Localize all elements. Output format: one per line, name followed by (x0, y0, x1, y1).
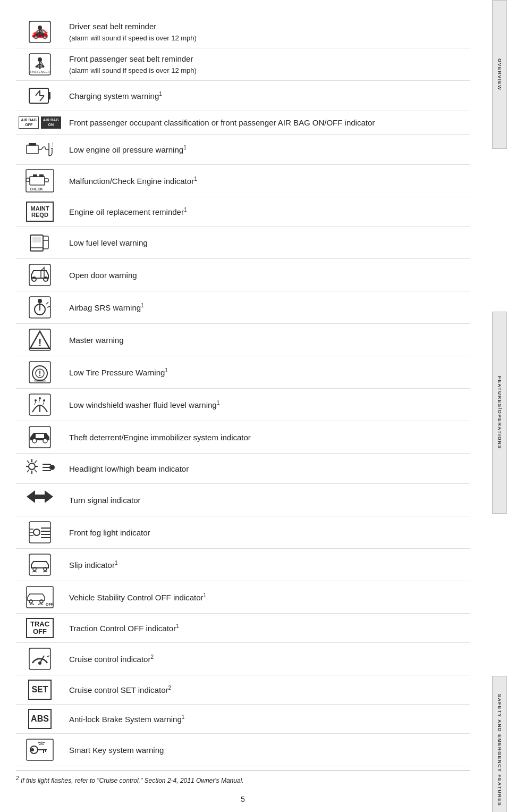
side-tabs: OVERVIEW FEATURES/OPERATIONS SAFETY AND … (492, 0, 507, 812)
icon-cruise_set: SET (16, 678, 64, 701)
icon-fuel (16, 229, 64, 256)
table-row: Turn signal indicator (16, 484, 470, 516)
desc-airbag_srs: Airbag SRS warning1 (64, 302, 470, 313)
table-row: SETCruise control SET indicator2 (16, 675, 470, 705)
table-row: Charging system warning1 (16, 81, 470, 111)
svg-line-104 (47, 656, 49, 657)
svg-line-63 (35, 401, 36, 405)
table-row: Low windshield washer fluid level warnin… (16, 389, 470, 421)
desc-trac_off: Traction Control OFF indicator1 (64, 623, 470, 634)
table-row: 🚗 Driver seat belt reminder(alarm will s… (16, 16, 470, 48)
desc-smart_key: Smart Key system warning (64, 744, 470, 756)
desc-fuel: Low fuel level warning (64, 237, 470, 248)
desc-open_door: Open door warning (64, 270, 470, 281)
table-row: Headlight low/high beam indicator (16, 454, 470, 484)
icon-airbag_srs (16, 294, 64, 321)
table-row: AIR BAGOFF AIR BAGON Front passenger occ… (16, 111, 470, 135)
svg-rect-33 (45, 179, 48, 182)
desc-vsc_off: Vehicle Stability Control OFF indicator1 (64, 592, 470, 603)
svg-line-75 (27, 461, 29, 463)
svg-rect-23 (29, 143, 36, 146)
icon-seatbelt_driver: 🚗 (16, 19, 64, 45)
svg-rect-17 (48, 92, 50, 99)
icon-open_door (16, 262, 64, 288)
tab-overview[interactable]: OVERVIEW (492, 0, 507, 149)
table-row: Airbag SRS warning1 (16, 291, 470, 324)
svg-point-61 (39, 397, 41, 399)
svg-point-57 (33, 379, 46, 382)
desc-washer_fluid: Low windshield washer fluid level warnin… (64, 399, 470, 411)
icon-seatbelt_passenger: PASSENGER (16, 51, 64, 78)
svg-line-18 (36, 90, 40, 96)
footnote-2-text: 2 If this light flashes, refer to "Cruis… (16, 771, 470, 784)
icon-immobilizer (16, 424, 64, 450)
icon-headlight (16, 456, 64, 481)
icon-airbag_dual: AIR BAGOFF AIR BAGON (16, 115, 64, 130)
desc-headlight: Headlight low/high beam indicator (64, 463, 470, 474)
desc-master_warning: Master warning (64, 334, 470, 346)
svg-text:!: ! (52, 142, 54, 148)
icon-charging (16, 83, 64, 108)
svg-text:CHECK: CHECK (30, 187, 43, 191)
svg-point-60 (35, 399, 37, 401)
svg-line-64 (39, 399, 40, 403)
desc-maint_reqd: Engine oil replacement reminder1 (64, 206, 470, 217)
svg-rect-22 (27, 145, 38, 154)
icon-smart_key (16, 736, 64, 763)
tab-safety[interactable]: SAFETY AND EMERGENCY FEATURES (492, 676, 507, 812)
page-number: 5 (16, 795, 470, 803)
icon-master_warning: ! (16, 327, 64, 353)
table-row: ! Low Tire Pressure Warning1 (16, 356, 470, 389)
svg-point-103 (38, 662, 41, 665)
icon-check_engine: CHECK (16, 168, 64, 194)
svg-rect-38 (43, 236, 48, 249)
desc-airbag_dual: Front passenger occupant classification … (64, 117, 470, 128)
table-row: Slip indicator1 (16, 549, 470, 581)
icon-slip (16, 551, 64, 578)
table-row: Front fog light indicator (16, 516, 470, 549)
table-row: MAINTREQDEngine oil replacement reminder… (16, 197, 470, 227)
svg-line-77 (35, 461, 37, 463)
svg-point-82 (49, 465, 55, 470)
main-content: 🚗 Driver seat belt reminder(alarm will s… (0, 0, 491, 812)
desc-immobilizer: Theft deterrent/Engine immobilizer syste… (64, 432, 470, 443)
svg-line-48 (46, 302, 48, 304)
desc-seatbelt_passenger: Front passenger seat belt reminder(alarm… (64, 53, 470, 76)
desc-cruise_set: Cruise control SET indicator2 (64, 684, 470, 696)
svg-rect-30 (30, 177, 45, 185)
table-row: ! Low engine oil pressure warning1 (16, 135, 470, 165)
table-row: Low fuel level warning (16, 227, 470, 259)
icon-cruise (16, 646, 64, 672)
tab-features[interactable]: FEATURES/OPERATIONS (492, 312, 507, 514)
desc-cruise: Cruise control indicator2 (64, 654, 470, 665)
svg-text:!: ! (39, 369, 41, 378)
svg-rect-16 (29, 88, 48, 103)
desc-fog_light: Front fog light indicator (64, 527, 470, 538)
table-row: TRACOFFTraction Control OFF indicator1 (16, 614, 470, 643)
svg-rect-37 (32, 237, 41, 242)
svg-text:PASSENGER: PASSENGER (30, 70, 50, 73)
icon-fog_light (16, 519, 64, 546)
icon-maint_reqd: MAINTREQD (16, 200, 64, 223)
table-row: CHECK Malfunction/Check Engine indicator… (16, 165, 470, 197)
svg-marker-84 (38, 490, 53, 503)
svg-line-49 (47, 306, 50, 307)
table-row: Theft deterrent/Engine immobilizer syste… (16, 421, 470, 454)
svg-point-67 (32, 439, 37, 443)
svg-rect-69 (36, 434, 44, 438)
table-row: Smart Key system warning (16, 734, 470, 766)
icon-oil_pressure: ! (16, 137, 64, 162)
svg-point-70 (29, 463, 35, 470)
icon-washer_fluid (16, 391, 64, 418)
table-row: Cruise control indicator2 (16, 643, 470, 675)
svg-text:OFF: OFF (46, 602, 54, 606)
table-row: OFF Vehicle Stability Control OFF indica… (16, 581, 470, 614)
svg-point-45 (38, 299, 42, 303)
desc-abs: Anti-lock Brake System warning1 (64, 714, 470, 725)
table-row: PASSENGER Front passenger seat belt remi… (16, 48, 470, 81)
svg-rect-31 (33, 174, 37, 177)
table-row: ! Master warning (16, 324, 470, 356)
icon-vsc_off: OFF (16, 584, 64, 610)
desc-seatbelt_driver: Driver seat belt reminder(alarm will sou… (64, 21, 470, 43)
table-row: ABSAnti-lock Brake System warning1 (16, 705, 470, 734)
